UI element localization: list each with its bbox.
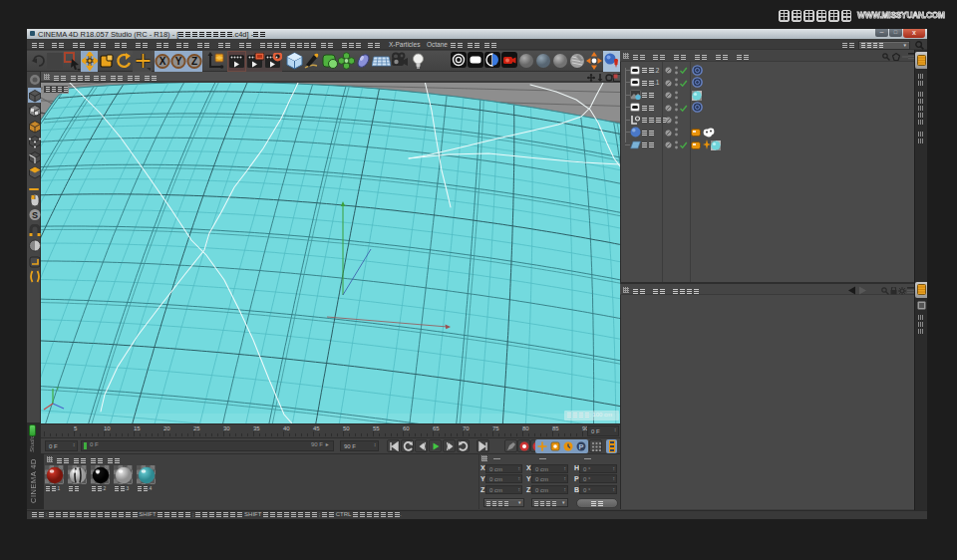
svg-text:P: P (578, 441, 583, 450)
svg-text:X: X (160, 56, 166, 67)
svg-text:Y: Y (175, 56, 182, 67)
svg-text:S: S (32, 210, 38, 220)
svg-text:Y: Y (56, 386, 60, 392)
svg-text:Z: Z (191, 56, 197, 67)
